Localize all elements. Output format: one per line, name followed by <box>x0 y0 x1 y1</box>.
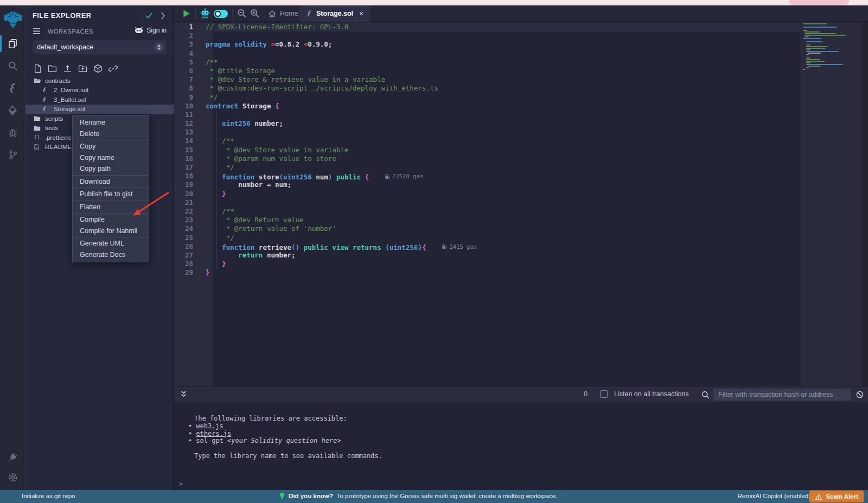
menu-item-copy-path[interactable]: Copy path <box>73 163 149 175</box>
menu-item-generate-uml[interactable]: Generate UML <box>73 238 149 249</box>
code-line-27: 27 return number; <box>174 251 800 260</box>
upload-file-icon[interactable] <box>63 64 72 73</box>
scam-alert-badge[interactable]: Scam Alert <box>809 491 864 502</box>
warning-icon <box>815 493 822 500</box>
menu-item-generate-docs[interactable]: Generate Docs <box>73 249 149 261</box>
menu-item-publish-file-to-gist[interactable]: Publish file to gist <box>73 189 149 200</box>
file-actions-toolbar <box>34 64 118 73</box>
search-icon <box>8 61 18 71</box>
tree-item-2-owner-sol[interactable]: 2_Owner.sol <box>25 86 174 95</box>
sign-in-button[interactable]: Sign in <box>135 27 167 34</box>
cube-icon[interactable] <box>93 64 103 73</box>
git-branch-icon <box>8 150 18 160</box>
menu-item-download[interactable]: Download <box>73 176 149 188</box>
editor-minimap[interactable] <box>800 22 861 386</box>
upload-folder-icon[interactable] <box>78 64 87 73</box>
code-line-8: 8 * @custom:dev-run-script ./scripts/dep… <box>174 84 800 93</box>
icon-rail <box>0 5 25 490</box>
sidebar-item-search[interactable] <box>0 55 25 77</box>
workspaces-menu-icon[interactable] <box>33 28 41 35</box>
menu-item-compile-for-nahmii[interactable]: Compile for Nahmii <box>73 225 149 237</box>
menu-item-flatten[interactable]: Flatten <box>73 202 149 213</box>
solidity-icon <box>42 106 50 112</box>
code-editor[interactable]: 1// SPDX-License-Identifier: GPL-3.023pr… <box>174 22 868 386</box>
code-line-18: 18 function store(uint256 num) public {2… <box>174 172 800 180</box>
menu-item-rename[interactable]: Rename <box>73 117 149 128</box>
close-tab-icon[interactable]: × <box>359 9 363 18</box>
workspace-select[interactable]: default_workspace ▴▾ <box>33 40 167 54</box>
code-line-24: 24 * @return value of 'number' <box>174 224 800 233</box>
menu-item-copy-name[interactable]: Copy name <box>73 152 149 164</box>
sidebar-item-git[interactable] <box>0 144 25 166</box>
browser-top-strip <box>0 0 868 5</box>
editor-right-edge <box>861 22 868 386</box>
tree-item-contracts[interactable]: contracts <box>25 76 174 86</box>
new-file-icon[interactable] <box>34 64 42 73</box>
terminal-line: Type the library name to see available c… <box>174 453 382 460</box>
sidebar-item-debugger[interactable] <box>0 121 25 144</box>
chevron-right-icon[interactable] <box>160 12 165 20</box>
solidity-icon <box>42 87 50 93</box>
editor-toolbar: Home Storage.sol × <box>174 5 868 22</box>
sidebar-item-plugin-manager[interactable] <box>0 447 25 467</box>
menu-item-copy[interactable]: Copy <box>73 141 149 152</box>
code-line-5: 5/** <box>174 58 800 67</box>
code-line-22: 22 /** <box>174 207 800 216</box>
terminal-output[interactable]: The following libraries are accessible:•… <box>174 402 868 490</box>
transaction-filter-input[interactable] <box>713 389 851 401</box>
sidebar-item-solidity-compiler[interactable] <box>0 77 25 99</box>
tree-item-3-ballot-sol[interactable]: 3_Ballot.sol <box>25 95 174 105</box>
copilot-toggle[interactable] <box>214 10 228 18</box>
terminal-line: The following libraries are accessible: <box>174 415 382 423</box>
ethereum-icon <box>8 105 18 115</box>
listen-checkbox[interactable] <box>600 390 608 398</box>
terminal-line: •sol-gpt <your Solidity question here> <box>174 437 382 445</box>
solidity-icon <box>8 83 18 94</box>
braces-icon: {} <box>34 134 41 140</box>
indent-guide <box>216 111 217 269</box>
sidebar-item-settings[interactable] <box>0 467 25 488</box>
git-init-button[interactable]: Initialize as git repo <box>22 493 75 499</box>
code-line-28: 28 } <box>174 260 800 268</box>
code-line-12: 12 uint256 number; <box>174 119 800 128</box>
code-line-2: 2 <box>174 31 800 40</box>
remix-logo-icon[interactable] <box>0 5 25 33</box>
zoom-in-icon[interactable] <box>250 8 260 18</box>
link-icon[interactable] <box>108 64 118 73</box>
sidebar-item-deploy-run[interactable] <box>0 99 25 121</box>
code-lines: 1// SPDX-License-Identifier: GPL-3.023pr… <box>174 23 800 277</box>
code-line-14: 14 /** <box>174 137 800 145</box>
menu-item-compile[interactable]: Compile <box>73 214 149 225</box>
indent-guide <box>233 181 233 190</box>
terminal-search-icon[interactable] <box>701 390 710 399</box>
code-line-6: 6 * @title Storage <box>174 67 800 75</box>
code-line-9: 9 */ <box>174 93 800 102</box>
sidebar-item-file-explorer[interactable] <box>0 33 25 55</box>
folder-icon <box>34 125 41 131</box>
code-line-4: 4 <box>174 49 800 58</box>
zoom-out-icon[interactable] <box>237 8 247 18</box>
home-icon <box>268 10 276 18</box>
workspace-caret-icon: ▴▾ <box>155 43 163 51</box>
ai-robot-icon[interactable] <box>200 8 210 19</box>
code-line-19: 19 number = num; <box>174 180 800 189</box>
listen-label: Listen on all transactions <box>614 390 689 398</box>
clear-console-icon[interactable] <box>856 390 864 399</box>
tab-storage-sol[interactable]: Storage.sol × <box>300 5 370 22</box>
tree-item-storage-sol[interactable]: Storage.sol <box>25 105 174 114</box>
code-line-20: 20 } <box>174 190 800 198</box>
play-icon[interactable] <box>183 9 190 18</box>
chevrons-down-icon[interactable] <box>180 390 187 398</box>
status-bar: Initialize as git repo Did you know? To … <box>0 490 868 503</box>
code-line-11: 11 <box>174 111 800 119</box>
code-line-17: 17 */ <box>174 163 800 172</box>
terminal-header: 0 Listen on all transactions <box>174 386 868 402</box>
terminal-line <box>174 445 382 453</box>
main-area: Home Storage.sol × 1// SPDX-License-Iden… <box>174 5 868 490</box>
bug-icon <box>8 127 18 138</box>
solidity-file-icon <box>307 10 312 17</box>
new-folder-icon[interactable] <box>48 64 57 73</box>
code-line-21: 21 <box>174 198 800 207</box>
menu-item-delete[interactable]: Delete <box>73 128 149 140</box>
code-line-7: 7 * @dev Store & retrieve value in a var… <box>174 75 800 84</box>
